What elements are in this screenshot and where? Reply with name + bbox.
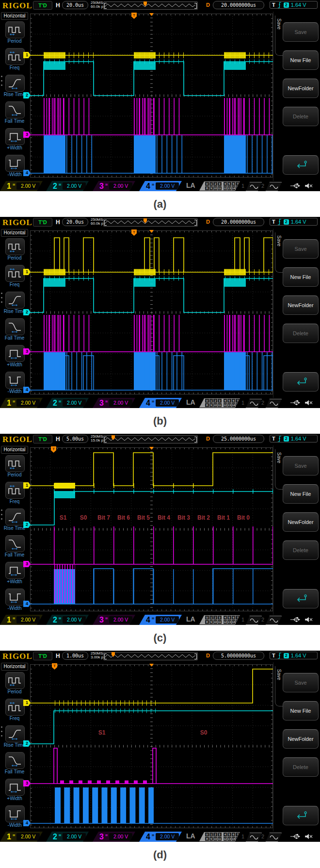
menu-item-fall-time[interactable]: Fall Time (0, 101, 29, 126)
save-button[interactable]: Save (283, 673, 319, 692)
delay-readout[interactable]: 20.0000000us (213, 218, 264, 226)
channel1-tab[interactable]: 1 = 2.00 V (0, 181, 43, 191)
file-menu-tab-label: Save (276, 235, 282, 246)
channel4-tab[interactable]: 4 = 2.00 V (139, 832, 182, 842)
trigger-readout[interactable]: T 2 1.64 V (270, 435, 318, 442)
channel3-marker[interactable]: 3 (23, 131, 31, 138)
channel1-marker[interactable]: 1 (23, 482, 31, 489)
delay-readout[interactable]: 5.00000000us (213, 652, 264, 660)
channel4-tab[interactable]: 4 = 2.00 V (139, 615, 182, 625)
channel3-tab[interactable]: 3 = 2.00 V (93, 615, 135, 625)
channel4-marker[interactable]: 4 (23, 387, 31, 393)
new-file-button[interactable]: New File (283, 50, 319, 70)
channel1-marker[interactable]: 1 (23, 52, 31, 58)
memory-position-strip[interactable] (103, 1, 198, 10)
channel2-marker[interactable]: 2 (23, 522, 31, 528)
channel4-marker[interactable]: 4 (23, 601, 31, 607)
enter-button[interactable] (283, 155, 319, 175)
source2-tab[interactable]: 2 (262, 182, 281, 190)
channel2-marker[interactable]: 2 (23, 740, 31, 747)
channel2-tab[interactable]: 2 = 2.00 V (46, 181, 89, 191)
channel4-marker[interactable]: 4 (23, 170, 31, 176)
new-folder-button[interactable]: NewFolder (283, 295, 319, 315)
channel2-tab[interactable]: 2 = 2.00 V (46, 398, 89, 408)
la-button[interactable]: LA (186, 615, 195, 623)
source1-tab[interactable]: 1 (242, 833, 261, 841)
channel2-marker[interactable]: 2 (23, 92, 31, 98)
menu-item-fall-time[interactable]: Fall Time (0, 535, 29, 559)
la-channel-grid[interactable]: 01234567 89101112131415 (199, 832, 240, 841)
delete-button[interactable]: Delete (283, 757, 319, 777)
channel1-marker[interactable]: 1 (23, 700, 31, 706)
menu-item-freq[interactable]: Freq (0, 48, 29, 72)
new-folder-button[interactable]: NewFolder (283, 512, 319, 532)
trigger-readout[interactable]: T 2 1.64 V (270, 652, 318, 659)
menu-item-fall-time[interactable]: Fall Time (0, 318, 29, 343)
save-button[interactable]: Save (283, 22, 319, 42)
channel4-marker[interactable]: 4 (23, 820, 31, 826)
source1-tab[interactable]: 1 (242, 616, 261, 624)
enter-button[interactable] (283, 372, 319, 392)
enter-button[interactable] (283, 806, 319, 825)
new-file-button[interactable]: New File (283, 701, 319, 721)
timebase-readout[interactable]: 1.00us (62, 652, 88, 660)
la-button[interactable]: LA (186, 398, 195, 406)
memory-position-strip[interactable] (103, 218, 198, 227)
source1-tab[interactable]: 1 (242, 399, 261, 407)
delete-button[interactable]: Delete (283, 107, 319, 126)
menu-item-freq[interactable]: Freq (0, 265, 29, 289)
trigger-readout[interactable]: T 2 1.64 V (270, 1, 318, 9)
la-channel-grid[interactable]: 01234567 89101112131415 (199, 398, 240, 408)
new-file-button[interactable]: New File (283, 484, 319, 504)
menu-item-period[interactable]: Period (0, 455, 29, 479)
channel4-tab[interactable]: 4 = 2.00 V (139, 181, 182, 191)
channel3-marker[interactable]: 3 (23, 780, 31, 786)
memory-position-strip[interactable] (103, 652, 198, 660)
new-folder-button[interactable]: NewFolder (283, 729, 319, 749)
channel2-tab[interactable]: 2 = 2.00 V (46, 832, 89, 842)
delay-readout[interactable]: 20.0000000us (213, 1, 264, 9)
channel3-marker[interactable]: 3 (23, 348, 31, 355)
channel3-tab[interactable]: 3 = 2.00 V (93, 181, 135, 191)
la-button[interactable]: LA (186, 832, 195, 840)
la-button[interactable]: LA (186, 181, 195, 189)
save-button[interactable]: Save (283, 456, 319, 475)
timebase-readout[interactable]: 5.00us (62, 435, 88, 443)
timebase-readout[interactable]: 20.0us (62, 218, 88, 226)
channel3-marker[interactable]: 3 (23, 561, 31, 567)
channel1-tab[interactable]: 1 = 2.00 V (0, 615, 43, 625)
menu-item-rise-time[interactable]: Rise Time (0, 508, 29, 533)
channel3-tab[interactable]: 3 = 2.00 V (93, 398, 135, 408)
new-file-button[interactable]: New File (283, 267, 319, 287)
menu-item-period[interactable]: Period (0, 238, 29, 262)
menu-item-period[interactable]: Period (0, 672, 29, 696)
source2-tab[interactable]: 2 (262, 399, 281, 407)
la-channel-grid[interactable]: 01234567 89101112131415 (199, 615, 240, 624)
new-folder-button[interactable]: NewFolder (283, 79, 319, 98)
enter-button[interactable] (283, 589, 319, 608)
source2-tab[interactable]: 2 (262, 616, 281, 624)
waveform-layer (30, 14, 273, 178)
menu-item-period[interactable]: Period (0, 21, 29, 46)
grid-area: 1 2 3 4 T T S1S0 (30, 664, 273, 828)
trigger-readout[interactable]: T 2 1.64 V (270, 218, 318, 226)
delete-button[interactable]: Delete (283, 540, 319, 560)
waveform-layer (30, 447, 273, 611)
channel1-tab[interactable]: 1 = 2.00 V (0, 832, 43, 842)
channel4-tab[interactable]: 4 = 2.00 V (139, 398, 182, 408)
channel3-tab[interactable]: 3 = 2.00 V (93, 832, 135, 842)
timebase-readout[interactable]: 20.0us (62, 1, 88, 9)
la-channel-grid[interactable]: 01234567 89101112131415 (199, 181, 240, 191)
freq-icon (5, 699, 25, 716)
source2-tab[interactable]: 2 (262, 833, 281, 841)
delay-readout[interactable]: 25.0000000us (213, 435, 264, 443)
save-button[interactable]: Save (283, 239, 319, 259)
channel2-tab[interactable]: 2 = 2.00 V (46, 615, 89, 625)
source1-tab[interactable]: 1 (242, 182, 261, 190)
channel1-marker[interactable]: 1 (23, 269, 31, 275)
channel2-marker[interactable]: 2 (23, 309, 31, 315)
memory-position-strip[interactable] (103, 435, 198, 443)
delete-button[interactable]: Delete (283, 324, 319, 343)
channel1-tab[interactable]: 1 = 2.00 V (0, 398, 43, 408)
menu-item-fall-time[interactable]: Fall Time (0, 752, 29, 776)
